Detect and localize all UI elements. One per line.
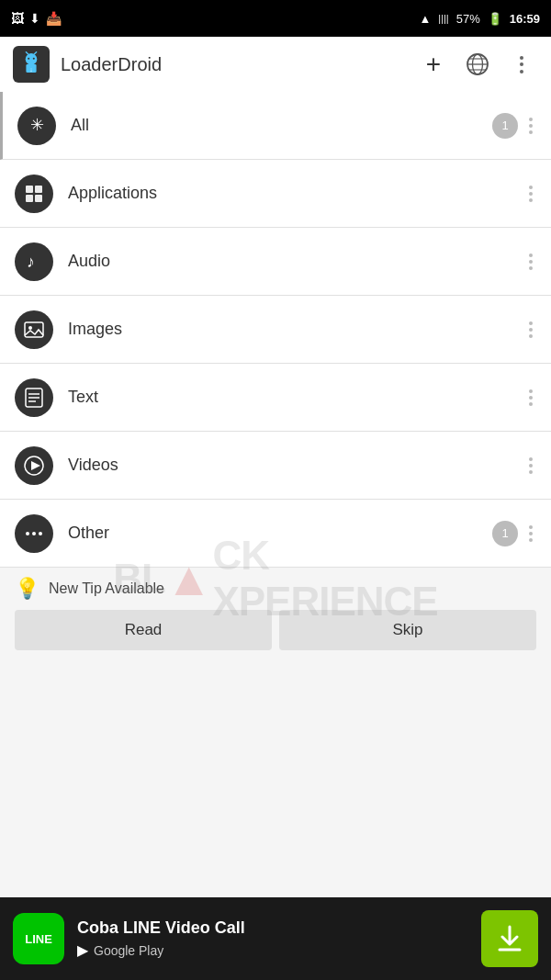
status-right-icons: ▲ |||| 57% 🔋 16:59	[419, 12, 540, 26]
other-badge: 1	[492, 521, 518, 546]
category-item-all[interactable]: ✳ All 1	[0, 92, 551, 160]
screenshot-icon: 🖼	[11, 11, 24, 26]
ad-title: Coba LINE Video Call	[77, 918, 468, 938]
signal-icon: ||||	[438, 13, 448, 24]
tip-text: New Tip Available	[49, 580, 164, 597]
applications-menu[interactable]	[525, 182, 536, 206]
svg-text:♪: ♪	[27, 253, 35, 271]
images-icon	[15, 310, 53, 349]
svg-line-3	[26, 52, 28, 54]
applications-label: Applications	[68, 184, 525, 203]
svg-line-4	[35, 52, 37, 54]
other-menu[interactable]	[525, 522, 536, 546]
audio-label: Audio	[68, 252, 525, 271]
ad-google-play: ▶ Google Play	[77, 941, 468, 959]
text-menu[interactable]	[525, 386, 536, 410]
all-label: All	[71, 116, 492, 135]
svg-point-20	[28, 326, 32, 330]
other-label: Other	[68, 524, 492, 543]
google-play-arrow-icon: ▶	[77, 941, 88, 959]
svg-rect-17	[35, 195, 42, 202]
audio-icon: ♪	[15, 242, 53, 281]
svg-point-27	[26, 532, 29, 535]
time-display: 16:59	[510, 12, 540, 26]
category-item-images[interactable]: Images	[0, 296, 551, 364]
category-item-videos[interactable]: Videos	[0, 432, 551, 500]
all-icon: ✳	[17, 107, 56, 145]
tip-content: 💡 New Tip Available	[15, 577, 536, 601]
videos-menu[interactable]	[525, 454, 536, 478]
svg-text:↓: ↓	[29, 66, 33, 73]
download-icon	[494, 923, 525, 954]
battery-icon: 🔋	[488, 12, 502, 26]
ad-banner[interactable]: Coba LINE Video Call ▶ Google Play	[0, 897, 551, 980]
svg-rect-19	[25, 322, 43, 337]
other-icon	[15, 514, 53, 553]
svg-text:✳: ✳	[30, 116, 44, 134]
videos-label: Videos	[68, 456, 525, 475]
app-icon: ↓	[13, 46, 50, 83]
svg-rect-16	[26, 195, 33, 202]
loaderdroid-logo: ↓	[18, 51, 44, 77]
status-bar: 🖼 ⬇ 📥 ▲ |||| 57% 🔋 16:59	[0, 0, 551, 37]
svg-point-29	[39, 532, 42, 535]
all-menu[interactable]	[525, 114, 536, 138]
download-status-icon: ⬇	[29, 11, 40, 26]
category-item-text[interactable]: Text	[0, 364, 551, 432]
category-item-audio[interactable]: ♪ Audio	[0, 228, 551, 296]
svg-marker-26	[31, 461, 40, 470]
svg-point-0	[26, 53, 38, 65]
svg-point-28	[32, 532, 36, 535]
text-label: Text	[68, 388, 525, 407]
svg-point-1	[28, 58, 29, 60]
images-label: Images	[68, 320, 525, 339]
status-left-icons: 🖼 ⬇ 📥	[11, 11, 62, 26]
add-button[interactable]: +	[417, 48, 450, 81]
category-item-applications[interactable]: Applications	[0, 160, 551, 228]
app-bar: ↓ LoaderDroid +	[0, 37, 551, 92]
audio-menu[interactable]	[525, 250, 536, 274]
skip-button[interactable]: Skip	[279, 610, 536, 650]
inbox-icon: 📥	[46, 11, 62, 26]
app-title: LoaderDroid	[61, 54, 406, 75]
images-menu[interactable]	[525, 318, 536, 342]
tip-bar: 💡 New Tip Available Read Skip	[0, 568, 551, 661]
overflow-menu-button[interactable]	[505, 48, 538, 81]
google-play-text: Google Play	[94, 943, 163, 958]
videos-icon	[15, 446, 53, 485]
all-badge: 1	[492, 113, 518, 139]
svg-point-2	[33, 58, 35, 60]
text-icon	[15, 378, 53, 417]
category-item-other[interactable]: Other 1	[0, 500, 551, 568]
download-button[interactable]	[481, 910, 538, 967]
svg-rect-14	[26, 186, 33, 193]
svg-rect-15	[35, 186, 42, 193]
battery-percent: 57%	[456, 12, 480, 26]
tip-buttons: Read Skip	[15, 610, 536, 650]
tip-bulb-icon: 💡	[15, 577, 39, 601]
line-app-icon	[13, 913, 64, 964]
wifi-icon: ▲	[419, 12, 431, 26]
applications-icon	[15, 175, 53, 213]
globe-button[interactable]	[461, 48, 494, 81]
ad-text-block: Coba LINE Video Call ▶ Google Play	[77, 918, 468, 959]
category-list: ✳ All 1 Applications ♪ Audio	[0, 92, 551, 568]
read-button[interactable]: Read	[15, 610, 272, 650]
